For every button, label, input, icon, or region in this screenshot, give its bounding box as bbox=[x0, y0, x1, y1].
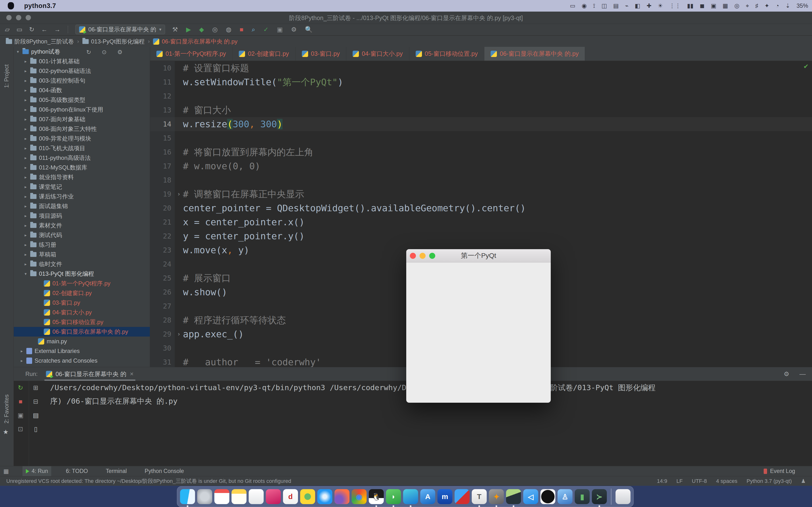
tree-row[interactable]: ▸面试题集锦 bbox=[14, 201, 150, 211]
tree-arrow-icon[interactable]: ▸ bbox=[23, 68, 28, 74]
clear-all-icon[interactable]: ▯ bbox=[34, 426, 38, 433]
fold-marker-icon[interactable]: › bbox=[175, 187, 183, 201]
menubar-status-icon[interactable]: ✦ bbox=[764, 2, 769, 9]
apple-logo-icon[interactable] bbox=[8, 2, 14, 9]
tree-arrow-icon[interactable]: ▸ bbox=[23, 126, 28, 131]
file-encoding[interactable]: UTF-8 bbox=[692, 478, 707, 484]
menubar-status-icon[interactable]: ◫ bbox=[602, 2, 607, 9]
tree-row[interactable]: 01-第一个PyQt程序.py bbox=[14, 279, 150, 288]
build-icon[interactable]: ⚒ bbox=[172, 26, 178, 33]
settings-icon[interactable]: ⚙ bbox=[291, 26, 297, 33]
dock-icon-appstore-blue[interactable]: A bbox=[420, 489, 435, 504]
run-icon[interactable]: ▶ bbox=[186, 26, 191, 33]
tree-row[interactable]: 04-窗口大小.py bbox=[14, 307, 150, 317]
tree-arrow-icon[interactable]: ▾ bbox=[16, 49, 20, 54]
breadcrumb-item[interactable]: 013-PyQt图形化编程 bbox=[83, 38, 145, 45]
tree-row[interactable]: ▸素材文件 bbox=[14, 221, 150, 230]
menubar-status-icon[interactable]: ▦ bbox=[723, 2, 728, 9]
tree-row[interactable]: ▸External Libraries bbox=[14, 346, 150, 356]
tool-window-button[interactable]: 4: Run bbox=[22, 466, 51, 476]
dock-icon-textedit[interactable] bbox=[249, 489, 264, 504]
dock-icon-charles[interactable] bbox=[506, 489, 521, 504]
tree-row[interactable]: ▸003-流程控制语句 bbox=[14, 76, 150, 86]
code-line[interactable]: 11w.setWindowTitle("第一个PyQt") bbox=[150, 75, 812, 89]
tree-row[interactable]: 05-窗口移动位置.py bbox=[14, 317, 150, 327]
pyqt-app-window[interactable]: 第一个PyQt bbox=[406, 249, 551, 403]
event-log-button[interactable]: Event Log bbox=[764, 468, 795, 474]
dock-icon-pdf-app[interactable] bbox=[455, 489, 469, 504]
interpreter-widget[interactable]: Python 3.7 (py3-qt) bbox=[747, 478, 792, 484]
tree-arrow-icon[interactable]: ▸ bbox=[23, 78, 28, 83]
tree-row[interactable]: ▸008-面向对象三大特性 bbox=[14, 124, 150, 134]
tree-row[interactable]: ▾python试卷 bbox=[14, 47, 150, 56]
tool-window-switcher-icon[interactable]: ▦ bbox=[3, 468, 9, 475]
tree-arrow-icon[interactable]: ▸ bbox=[19, 358, 24, 363]
tree-row[interactable]: ▸临时文件 bbox=[14, 259, 150, 269]
tree-row[interactable]: 03-窗口.py bbox=[14, 298, 150, 307]
menubar-status-icon[interactable]: ⌁ bbox=[625, 2, 628, 9]
pyqt-title-bar[interactable]: 第一个PyQt bbox=[406, 249, 551, 263]
tree-arrow-icon[interactable]: ▸ bbox=[23, 242, 28, 247]
dock-icon-calendar[interactable] bbox=[214, 489, 230, 504]
menu-bar-app-name[interactable]: python3.7 bbox=[24, 2, 56, 10]
tree-arrow-icon[interactable]: ▸ bbox=[23, 175, 28, 180]
tree-arrow-icon[interactable]: ▸ bbox=[23, 59, 28, 64]
tool-window-button[interactable]: Terminal bbox=[102, 466, 130, 476]
code-line[interactable]: 14w.resize(300, 300) bbox=[150, 117, 812, 131]
tree-row[interactable]: ▸009-异常处理与模块 bbox=[14, 134, 150, 144]
tree-row[interactable]: ▸项目源码 bbox=[14, 211, 150, 221]
dock-icon-dash[interactable]: d bbox=[283, 489, 298, 504]
code-line[interactable]: 18 bbox=[150, 173, 812, 187]
tree-row[interactable]: ▸005-高级数据类型 bbox=[14, 95, 150, 105]
menubar-status-icon[interactable]: ▤ bbox=[613, 2, 619, 9]
highlighting-level-icon[interactable]: ♟ bbox=[801, 478, 806, 484]
tree-arrow-icon[interactable]: ▸ bbox=[23, 156, 28, 161]
tool-window-button[interactable]: 6: TODO bbox=[62, 466, 91, 476]
tree-row[interactable]: ▸测试代码 bbox=[14, 230, 150, 240]
dock-icon-alfred[interactable]: ♙ bbox=[558, 489, 572, 504]
tree-arrow-icon[interactable]: ▸ bbox=[23, 223, 28, 228]
editor-tab[interactable]: 02-创建窗口.py bbox=[233, 47, 295, 61]
tree-row[interactable]: main.py bbox=[14, 337, 150, 346]
editor-tab[interactable]: 01-第一个PyQt程序.py bbox=[150, 47, 233, 61]
menubar-status-icon[interactable]: ▮▮ bbox=[687, 2, 693, 9]
favorites-star-icon[interactable]: ★ bbox=[3, 428, 8, 436]
menubar-status-icon[interactable]: ◧ bbox=[635, 2, 641, 9]
tree-row[interactable]: ▸012-MySQL数据库 bbox=[14, 163, 150, 172]
tree-row[interactable]: ▸010-飞机大战项目 bbox=[14, 144, 150, 153]
dock-icon-github[interactable] bbox=[540, 489, 555, 504]
open-icon[interactable]: ▱ bbox=[5, 26, 10, 33]
menubar-status-icon[interactable]: ⇣ bbox=[785, 2, 790, 9]
tree-arrow-icon[interactable]: ▸ bbox=[23, 252, 28, 257]
tree-arrow-icon[interactable]: ▸ bbox=[23, 204, 28, 209]
editor-tab[interactable]: 06-窗口显示在屏幕中央 的.py bbox=[484, 47, 585, 61]
fold-marker-icon[interactable]: › bbox=[175, 327, 183, 341]
dock-icon-firefox[interactable] bbox=[335, 489, 349, 504]
sync-icon[interactable]: ↻ bbox=[29, 26, 35, 33]
dock-icon-xmind[interactable]: ✦ bbox=[489, 489, 504, 504]
menubar-status-icon[interactable]: ◼ bbox=[700, 2, 704, 9]
tree-arrow-icon[interactable]: ▸ bbox=[23, 146, 28, 151]
tree-row[interactable]: ▾013-PyQt 图形化编程 bbox=[14, 269, 150, 279]
panel-header-icon[interactable]: ⚙ bbox=[117, 49, 122, 56]
editor-tab[interactable]: 04-窗口大小.py bbox=[346, 47, 409, 61]
close-icon[interactable]: ✕ bbox=[130, 371, 134, 377]
dock-icon-notes[interactable] bbox=[232, 489, 247, 504]
tool-window-button[interactable]: Python Console bbox=[141, 466, 187, 476]
menubar-status-icon[interactable]: ◎ bbox=[734, 2, 740, 9]
tree-row[interactable]: ▸Scratches and Consoles bbox=[14, 356, 150, 365]
dock-icon-dictionary[interactable] bbox=[266, 489, 281, 504]
debug-icon[interactable]: ◆ bbox=[199, 26, 204, 33]
dock-icon-launchpad[interactable] bbox=[197, 489, 212, 504]
menubar-status-icon[interactable]: ▣ bbox=[711, 2, 716, 9]
dock-icon-terminal[interactable]: ▮ bbox=[575, 489, 590, 504]
inspect-icon[interactable]: ✓ bbox=[263, 26, 269, 33]
tree-row[interactable]: ▸007-面向对象基础 bbox=[14, 114, 150, 124]
menubar-status-icon[interactable]: ✚ bbox=[647, 2, 651, 9]
panel-header-icon[interactable]: ⊙ bbox=[102, 49, 107, 56]
dock-icon-trash[interactable] bbox=[615, 489, 630, 504]
code-line[interactable]: 16# 将窗口放置到屏幕内的左上角 bbox=[150, 145, 812, 159]
find-icon[interactable]: 🔍 bbox=[305, 26, 312, 33]
menubar-status-icon[interactable]: ♯ bbox=[755, 2, 758, 9]
line-separator[interactable]: LF bbox=[676, 478, 683, 484]
